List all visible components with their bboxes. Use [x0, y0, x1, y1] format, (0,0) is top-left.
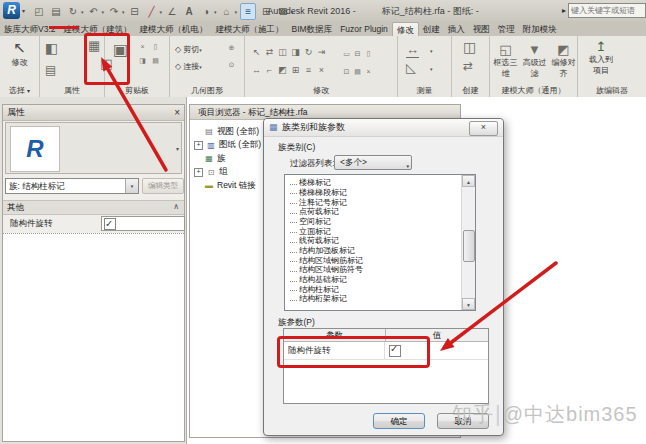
tab-manage[interactable]: 管理 — [494, 22, 519, 36]
chevron-down-icon[interactable] — [176, 145, 179, 152]
type-properties-icon[interactable] — [45, 64, 56, 76]
search-expand-icon[interactable] — [562, 6, 566, 15]
mirror-draw-icon[interactable] — [289, 46, 302, 59]
section-other[interactable]: 其他 — [3, 200, 184, 215]
category-item[interactable]: 结构区域钢筋标记 — [285, 256, 475, 266]
split-gap-icon[interactable] — [352, 49, 363, 59]
load-into-project-button[interactable]: 载入到 项目 — [584, 41, 618, 76]
tab-addins[interactable]: 附加模块 — [519, 22, 561, 36]
cut-geometry-button[interactable]: 剪切 — [175, 43, 202, 56]
unjoin-icon[interactable] — [363, 49, 374, 59]
offset-icon[interactable] — [263, 46, 276, 59]
rotate-icon[interactable] — [302, 46, 315, 59]
marker-caret-icon[interactable] — [160, 9, 163, 15]
tab-jianmo-jianzhu[interactable]: 建模大师（建筑） — [60, 22, 136, 36]
sync-icon[interactable] — [66, 4, 80, 19]
category-item[interactable]: 结构基础标记 — [285, 275, 475, 285]
offset-geometry-icon[interactable] — [226, 60, 237, 70]
revit-logo[interactable]: R — [3, 2, 20, 19]
category-item[interactable]: 结构柱标记 — [285, 285, 475, 295]
box-select-3d-button[interactable]: 框选三维 — [491, 44, 520, 79]
tab-jianmo-shigong[interactable]: 建模大师（施工） — [212, 22, 288, 36]
panel-label-properties[interactable]: 属性 — [40, 85, 104, 96]
beam-joins-icon[interactable] — [352, 67, 363, 77]
category-list[interactable]: 楼梯标记 楼梯梯段标记 注释记号标记 点荷载标记 空间标记 立面标记 线荷载标记… — [284, 174, 476, 311]
tab-create[interactable]: 创建 — [419, 22, 444, 36]
mirror-axis-icon[interactable] — [276, 46, 289, 59]
rotate-with-component-checkbox[interactable] — [104, 218, 116, 230]
app-menu-caret-icon[interactable] — [22, 7, 25, 14]
type-preview[interactable]: R — [5, 122, 182, 174]
measure-icon[interactable] — [165, 4, 179, 19]
redo-icon[interactable] — [107, 4, 121, 19]
rotate-with-component-checkbox[interactable] — [389, 345, 401, 357]
save-icon[interactable] — [49, 4, 63, 19]
chevron-down-icon[interactable] — [430, 66, 433, 72]
cope-icon[interactable] — [226, 43, 237, 53]
properties-palette-icon[interactable] — [45, 42, 58, 54]
category-item[interactable]: 楼梯标记 — [285, 178, 475, 188]
move-icon[interactable] — [250, 64, 263, 77]
close-icon[interactable] — [174, 105, 180, 120]
dimension-icon[interactable] — [406, 62, 416, 74]
measure-tool-icon[interactable] — [406, 44, 419, 56]
join-geometry-button[interactable]: 连接 — [175, 60, 202, 73]
tab-bim-database[interactable]: BIM数据库 — [288, 22, 337, 36]
collapse-section-icon[interactable] — [173, 201, 179, 213]
wall-joins-icon[interactable] — [341, 67, 352, 77]
edit-align-button[interactable]: 编修对齐 — [549, 44, 578, 79]
delete-icon[interactable] — [315, 64, 328, 77]
paste-aligned-icon[interactable] — [150, 56, 161, 66]
align-icon[interactable] — [250, 46, 263, 59]
category-item[interactable]: 结构桁架标记 — [285, 294, 475, 304]
undo-icon[interactable] — [87, 4, 101, 19]
tab-insert[interactable]: 插入 — [444, 22, 469, 36]
expand-icon[interactable] — [194, 141, 203, 150]
advanced-filter-button[interactable]: 高级过滤 — [520, 44, 549, 79]
ok-button[interactable]: 确定 — [373, 413, 425, 429]
demolish-icon[interactable] — [363, 67, 374, 77]
match-type-icon[interactable] — [137, 56, 148, 66]
copy-icon[interactable] — [150, 42, 161, 52]
tab-fuzor-plugin[interactable]: Fuzor Plugin — [336, 22, 392, 36]
category-item[interactable]: 点荷载标记 — [285, 207, 475, 217]
category-item[interactable]: 楼梯梯段标记 — [285, 188, 475, 198]
category-item[interactable]: 结构区域钢筋符号 — [285, 265, 475, 275]
sync-caret-icon[interactable] — [81, 9, 84, 15]
array-icon[interactable] — [289, 64, 302, 77]
copy-element-icon[interactable] — [263, 64, 276, 77]
tab-jianmo-jidian[interactable]: 建模大师（机电） — [136, 22, 212, 36]
pin-icon[interactable] — [302, 64, 315, 77]
category-item[interactable]: 线荷载标记 — [285, 236, 475, 246]
scroll-up-icon[interactable] — [462, 175, 475, 187]
category-item[interactable]: 空间标记 — [285, 217, 475, 227]
marker-icon[interactable] — [145, 4, 159, 19]
tab-zukudashi[interactable]: 族库大师V3.2 — [0, 22, 60, 36]
edit-type-button[interactable]: 编辑类型 — [142, 178, 184, 194]
table-row[interactable]: 随构件旋转 — [284, 342, 488, 360]
scroll-down-icon[interactable] — [462, 298, 475, 310]
print-icon[interactable] — [128, 4, 142, 19]
tab-modify[interactable]: 修改 — [392, 22, 419, 36]
trim-icon[interactable] — [315, 46, 328, 59]
open-icon[interactable] — [32, 4, 46, 19]
properties-header[interactable]: 属性 — [3, 105, 184, 121]
undo-caret-icon[interactable] — [102, 9, 105, 15]
redo-caret-icon[interactable] — [122, 9, 125, 15]
expand-icon[interactable] — [194, 168, 203, 177]
category-item[interactable]: 结构加强板标记 — [285, 246, 475, 256]
split-icon[interactable] — [341, 49, 352, 59]
close-button[interactable] — [469, 121, 498, 136]
filter-list-dropdown[interactable]: <多个> — [334, 155, 412, 170]
scale-icon[interactable] — [276, 64, 289, 77]
panel-label-select[interactable]: 选择 — [0, 85, 39, 96]
family-selector-dropdown[interactable]: 族: 结构柱标记 — [5, 178, 139, 194]
cut-icon[interactable] — [137, 42, 148, 52]
paste-icon[interactable] — [113, 44, 128, 56]
scrollbar[interactable] — [461, 175, 475, 310]
create-group-icon[interactable] — [463, 41, 476, 53]
property-value-cell[interactable] — [101, 216, 185, 231]
modify-tool-button[interactable]: 修改 — [0, 39, 39, 68]
scroll-thumb[interactable] — [463, 230, 475, 262]
category-item[interactable]: 立面标记 — [285, 226, 475, 236]
